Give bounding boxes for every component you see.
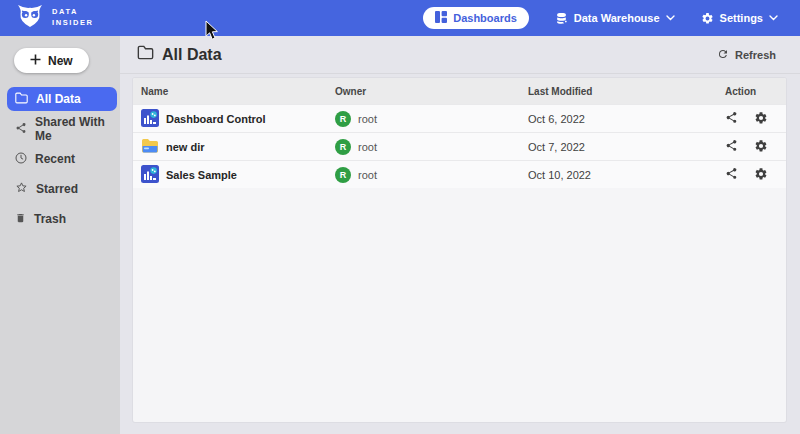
owner-avatar: R <box>335 167 351 183</box>
last-modified-date: Oct 10, 2022 <box>528 169 725 181</box>
column-header-last-modified: Last Modified <box>528 86 725 97</box>
share-icon[interactable] <box>725 139 738 154</box>
table-header-row: Name Owner Last Modified Action <box>133 78 786 104</box>
gear-icon[interactable] <box>754 167 768 183</box>
last-modified-date: Oct 7, 2022 <box>528 141 725 153</box>
top-navbar: DATA INSIDER Dashboards Data Warehouse <box>0 0 800 36</box>
main-area: All Data Refresh Name Owner Last Modifie… <box>120 36 800 434</box>
sidebar-item-label: Starred <box>36 182 78 196</box>
sidebar-item-label: All Data <box>36 92 81 106</box>
data-warehouse-label: Data Warehouse <box>574 12 660 24</box>
sidebar-item-starred[interactable]: Starred <box>7 177 117 201</box>
brand-line1: DATA <box>52 7 94 18</box>
file-table-card: Name Owner Last Modified Action <box>133 78 786 422</box>
settings-label: Settings <box>720 12 763 24</box>
new-button-label: New <box>48 54 73 68</box>
owner-avatar: R <box>335 139 351 155</box>
sidebar: New All Data Shared With Me Recent <box>0 36 120 434</box>
column-header-action: Action <box>725 86 786 97</box>
sidebar-item-recent[interactable]: Recent <box>7 147 117 171</box>
new-button[interactable]: New <box>14 48 89 73</box>
trash-icon <box>15 212 26 227</box>
file-name[interactable]: new dir <box>166 141 205 153</box>
page-title: All Data <box>162 46 222 64</box>
folder-outline-icon <box>137 45 154 64</box>
owner-avatar: R <box>335 111 351 127</box>
sidebar-item-trash[interactable]: Trash <box>7 207 117 231</box>
owl-logo-icon <box>16 4 44 32</box>
sidebar-item-all-data[interactable]: All Data <box>7 87 117 111</box>
sidebar-item-shared-with-me[interactable]: Shared With Me <box>7 117 117 141</box>
dashboards-label: Dashboards <box>453 12 517 24</box>
owner-name: root <box>358 113 377 125</box>
chevron-down-icon <box>666 15 675 21</box>
clock-icon <box>15 152 27 167</box>
sidebar-item-label: Trash <box>34 212 66 226</box>
dashboard-grid-icon <box>435 11 447 25</box>
chart-file-icon <box>141 109 159 129</box>
database-icon <box>555 12 568 25</box>
column-header-owner: Owner <box>335 86 528 97</box>
brand-line2: INSIDER <box>52 18 94 29</box>
brand-logo: DATA INSIDER <box>16 4 94 32</box>
share-icon[interactable] <box>725 167 738 182</box>
refresh-icon <box>717 48 729 62</box>
table-row[interactable]: Dashboard Control R root Oct 6, 2022 <box>133 104 786 132</box>
gear-icon[interactable] <box>754 139 768 155</box>
refresh-button[interactable]: Refresh <box>717 48 776 62</box>
table-row[interactable]: new dir R root Oct 7, 2022 <box>133 132 786 160</box>
sidebar-item-label: Shared With Me <box>35 115 109 143</box>
owner-name: root <box>358 169 377 181</box>
last-modified-date: Oct 6, 2022 <box>528 113 725 125</box>
gear-icon[interactable] <box>754 111 768 127</box>
table-row[interactable]: Sales Sample R root Oct 10, 2022 <box>133 160 786 188</box>
share-icon[interactable] <box>725 111 738 126</box>
gear-icon <box>701 12 714 25</box>
file-name[interactable]: Sales Sample <box>166 169 237 181</box>
settings-menu[interactable]: Settings <box>701 12 778 25</box>
column-header-name: Name <box>133 86 335 97</box>
folder-file-icon <box>141 138 159 156</box>
folder-icon <box>15 92 28 107</box>
chevron-down-icon <box>769 15 778 21</box>
dashboards-button[interactable]: Dashboards <box>423 7 529 29</box>
refresh-label: Refresh <box>735 49 776 61</box>
plus-icon <box>30 54 41 68</box>
chart-file-icon <box>141 165 159 185</box>
file-name[interactable]: Dashboard Control <box>166 113 266 125</box>
share-icon <box>15 122 27 137</box>
star-icon <box>15 181 28 197</box>
page-header: All Data Refresh <box>120 36 800 74</box>
data-warehouse-menu[interactable]: Data Warehouse <box>555 12 675 25</box>
owner-name: root <box>358 141 377 153</box>
sidebar-item-label: Recent <box>35 152 75 166</box>
